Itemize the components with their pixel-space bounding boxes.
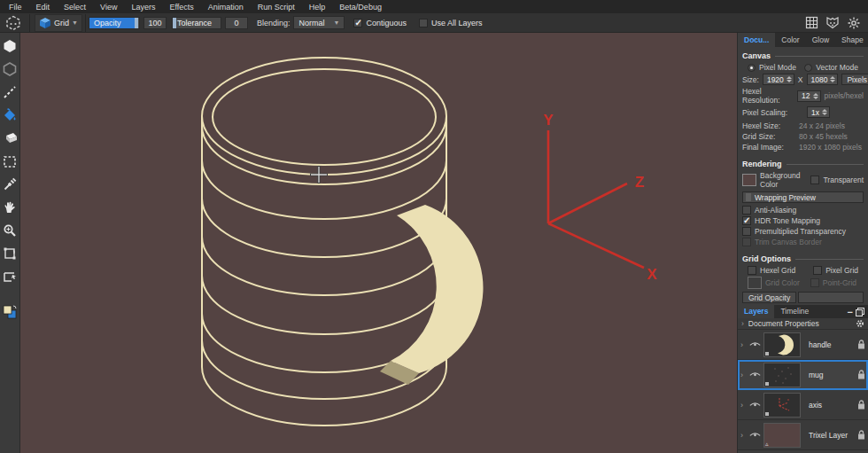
pixel-grid-checkbox[interactable]	[813, 266, 822, 275]
opacity-slider-label: Opacity	[89, 19, 121, 27]
anti-aliasing-checkbox[interactable]	[742, 206, 751, 215]
layer-row-axis[interactable]: › axis	[738, 390, 868, 420]
menu-select[interactable]: Select	[58, 1, 91, 13]
trim-canvas-border-label: Trim Canvas Border	[755, 238, 822, 246]
layer-name[interactable]: Trixel Layer	[809, 431, 848, 440]
layer-name[interactable]: handle	[809, 340, 832, 349]
tolerance-slider[interactable]: Tolerance	[172, 17, 221, 29]
wrapping-preview-toggle[interactable]: Wrapping Preview	[742, 191, 864, 203]
foreground-color-swatch[interactable]	[4, 306, 12, 314]
layer-row-mug[interactable]: › mug	[738, 360, 868, 390]
hexels-app-window: File Edit Select View Layers Effects Ani…	[0, 0, 868, 453]
size-unit-dropdown[interactable]: Pixels▼	[841, 74, 868, 85]
opacity-slider[interactable]: Opacity	[89, 17, 140, 29]
hexels-mascot-icon[interactable]	[0, 15, 27, 31]
vector-mode-radio[interactable]	[804, 64, 812, 72]
outline-hexel-tool[interactable]	[0, 59, 19, 80]
zoom-tool[interactable]	[0, 220, 19, 241]
use-all-layers-label: Use All Layers	[431, 19, 483, 27]
marquee-select-tool[interactable]	[0, 151, 19, 172]
expander-icon[interactable]: ›	[740, 431, 747, 440]
canvas-resize-tool[interactable]	[0, 266, 19, 287]
fill-tool-active[interactable]	[0, 105, 19, 126]
grid-opacity-slider[interactable]	[798, 292, 864, 303]
visibility-eye-icon[interactable]	[749, 340, 761, 348]
layer-name[interactable]: mug	[809, 371, 824, 379]
tab-glow[interactable]: Glow	[806, 33, 835, 47]
menu-view[interactable]: View	[95, 1, 122, 13]
transform-tool[interactable]	[0, 243, 19, 264]
use-all-layers-checkbox[interactable]	[419, 19, 428, 27]
tab-color[interactable]: Color	[775, 33, 805, 47]
pan-tool[interactable]	[0, 197, 19, 218]
menu-file[interactable]: File	[4, 1, 27, 13]
grid-mode-dropdown[interactable]: Grid ▼	[35, 14, 82, 32]
swap-colors-icon[interactable]	[13, 306, 16, 309]
eraser-tool[interactable]	[0, 128, 19, 149]
menu-effects[interactable]: Effects	[164, 1, 198, 13]
contiguous-checkbox[interactable]	[353, 19, 362, 27]
background-color-picker[interactable]	[742, 174, 756, 186]
line-tool[interactable]	[0, 82, 19, 103]
layer-row-trixel[interactable]: › ▵ Trixel Layer	[738, 420, 868, 450]
lock-icon[interactable]	[857, 430, 865, 440]
canvas-section: Canvas Pixel Mode Vector Mode Size: 1920…	[738, 47, 868, 155]
hexel-mask-icon[interactable]	[825, 16, 840, 29]
lighting-icon[interactable]	[847, 16, 861, 30]
contiguous-label: Contiguous	[366, 19, 407, 27]
lock-icon[interactable]	[857, 370, 865, 379]
expander-icon[interactable]: ›	[740, 401, 747, 410]
size-width-stepper[interactable]: 1920	[763, 74, 794, 85]
grid-size-value: 80 x 45 hexels	[799, 132, 848, 141]
layer-name[interactable]: axis	[809, 401, 822, 410]
drawing-canvas[interactable]: Y Z X	[20, 33, 737, 453]
tolerance-value[interactable]: 0	[225, 17, 248, 29]
transparent-checkbox[interactable]	[810, 176, 819, 184]
menu-help[interactable]: Help	[304, 1, 331, 13]
layer-row-handle[interactable]: › handle	[738, 330, 868, 360]
blending-dropdown[interactable]: Normal ▼	[293, 16, 345, 29]
gear-icon[interactable]	[856, 319, 864, 328]
trim-canvas-border-checkbox[interactable]	[742, 238, 751, 246]
grid-opacity-button[interactable]: Grid Opacity	[742, 292, 796, 303]
tab-layers[interactable]: Layers	[738, 305, 774, 318]
expander-icon[interactable]: ›	[740, 340, 747, 349]
brush-hexel-tool[interactable]	[0, 35, 19, 57]
pixel-scaling-stepper[interactable]: 1x	[807, 106, 830, 118]
premultiplied-transparency-checkbox[interactable]	[742, 227, 751, 236]
menu-edit[interactable]: Edit	[31, 1, 56, 13]
visibility-eye-icon[interactable]	[749, 371, 761, 379]
transparent-label: Transparent	[823, 176, 864, 184]
point-grid-checkbox[interactable]	[810, 278, 819, 287]
tool-palette	[0, 33, 20, 453]
hexel-grid-checkbox[interactable]	[748, 266, 756, 275]
menu-animation[interactable]: Animation	[203, 1, 249, 13]
hdr-tone-mapping-checkbox[interactable]	[742, 216, 751, 225]
grid-color-picker[interactable]	[748, 277, 762, 289]
expander-icon[interactable]: ›	[740, 371, 747, 379]
color-swatches[interactable]	[0, 301, 19, 323]
menu-beta-debug[interactable]: Beta/Debug	[334, 1, 387, 13]
lock-icon[interactable]	[857, 400, 865, 410]
float-panel-icon[interactable]	[856, 308, 864, 316]
collapse-panel-icon[interactable]: −	[848, 308, 853, 316]
visibility-eye-icon[interactable]	[749, 431, 761, 439]
size-height-stepper[interactable]: 1080	[807, 74, 839, 85]
pixel-mode-radio[interactable]	[748, 64, 756, 72]
visibility-eye-icon[interactable]	[749, 401, 761, 409]
canvas-section-title: Canvas	[742, 51, 771, 60]
tab-docs[interactable]: Docu...	[738, 33, 775, 47]
pixel-mode-label: Pixel Mode	[759, 63, 796, 72]
hexel-resolution-stepper[interactable]: 12	[797, 90, 820, 102]
menu-run-script[interactable]: Run Script	[252, 1, 300, 13]
expander-icon[interactable]: ›	[741, 319, 744, 328]
eyedropper-tool[interactable]	[0, 174, 19, 195]
document-properties-row[interactable]: › Document Properties	[738, 318, 868, 330]
tab-shape[interactable]: Shape	[835, 33, 868, 47]
tab-timeline[interactable]: Timeline	[774, 305, 815, 318]
final-image-label: Final Image:	[742, 143, 795, 152]
menu-layers[interactable]: Layers	[126, 1, 160, 13]
lock-icon[interactable]	[857, 340, 865, 349]
grid-toggle-icon[interactable]	[805, 16, 818, 29]
opacity-value[interactable]: 100	[143, 17, 167, 29]
